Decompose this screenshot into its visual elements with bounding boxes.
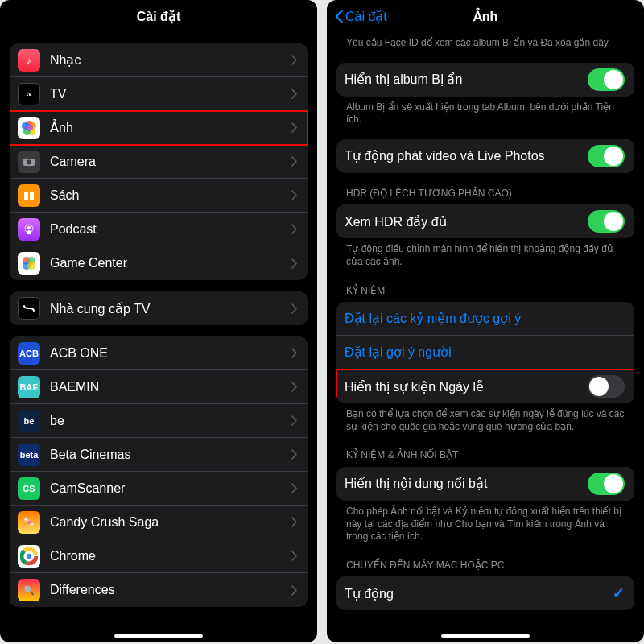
toggle-holiday[interactable] bbox=[588, 375, 625, 398]
transfer-header: CHUYỂN ĐẾN MÁY MAC HOẶC PC bbox=[327, 545, 644, 574]
row-differences[interactable]: 🔍 Differences bbox=[10, 573, 308, 607]
differences-icon: 🔍 bbox=[18, 579, 40, 601]
faceid-caption: Yêu cầu Face ID để xem các album Bị ẩn v… bbox=[327, 32, 644, 52]
row-label: be bbox=[50, 414, 291, 428]
books-icon bbox=[18, 184, 40, 207]
row-label: Podcast bbox=[50, 222, 291, 237]
row-autoplay[interactable]: Tự động phát video và Live Photos bbox=[336, 139, 634, 173]
row-label: Đặt lại gợi ý người bbox=[345, 345, 625, 360]
row-photos[interactable]: Ảnh bbox=[10, 111, 308, 145]
toggle-hidden-album[interactable] bbox=[588, 68, 625, 91]
row-label: Tự động bbox=[345, 586, 613, 601]
row-reset-people[interactable]: Đặt lại gợi ý người bbox=[336, 336, 634, 369]
group-featured: Hiển thị nội dung nổi bật bbox=[336, 467, 634, 501]
camscanner-icon: CS bbox=[18, 477, 40, 500]
podcast-icon bbox=[18, 218, 40, 241]
row-label: Chrome bbox=[50, 549, 291, 564]
chevron-right-icon bbox=[291, 585, 298, 596]
back-button[interactable]: Cài đặt bbox=[335, 9, 387, 24]
row-hidden-album[interactable]: Hiển thị album Bị ẩn bbox=[336, 63, 634, 97]
row-label: Sách bbox=[50, 188, 291, 203]
row-podcast[interactable]: Podcast bbox=[10, 213, 308, 246]
row-label: Tự động phát video và Live Photos bbox=[345, 148, 588, 163]
row-label: Candy Crush Saga bbox=[50, 515, 291, 530]
chevron-right-icon bbox=[291, 55, 298, 65]
chevron-right-icon bbox=[291, 122, 298, 133]
group-autoplay: Tự động phát video và Live Photos bbox=[336, 139, 634, 173]
chevron-right-icon bbox=[291, 483, 298, 493]
settings-group-apps: ACB ACB ONE BAE BAEMIN be be beta Beta C… bbox=[10, 336, 308, 607]
group-memories: Đặt lại các kỷ niệm được gợi ý Đặt lại g… bbox=[336, 302, 634, 403]
holiday-caption: Bạn có thể lựa chọn để xem các sự kiện n… bbox=[327, 403, 644, 435]
chevron-right-icon bbox=[291, 303, 298, 314]
home-indicator[interactable] bbox=[441, 634, 530, 638]
toggle-featured[interactable] bbox=[588, 473, 625, 495]
chevron-right-icon bbox=[291, 415, 298, 426]
chrome-icon bbox=[18, 545, 40, 568]
row-label: Nhạc bbox=[50, 52, 291, 68]
hdr-caption: Tự động điều chỉnh màn hình để hiển thị … bbox=[327, 238, 644, 270]
baemin-icon: BAE bbox=[18, 376, 40, 398]
svg-point-1 bbox=[27, 159, 31, 164]
row-beta[interactable]: beta Beta Cinemas bbox=[10, 438, 308, 472]
row-label: CamScanner bbox=[50, 481, 291, 496]
row-label: Ảnh bbox=[50, 120, 291, 135]
chevron-right-icon bbox=[291, 551, 298, 561]
row-transfer-auto[interactable]: Tự động ✓ bbox=[336, 576, 634, 610]
memories-header: KỶ NIỆM bbox=[327, 270, 644, 299]
row-featured[interactable]: Hiển thị nội dung nổi bật bbox=[336, 467, 634, 501]
row-gamecenter[interactable]: Game Center bbox=[10, 246, 308, 280]
row-camscanner[interactable]: CS CamScanner bbox=[10, 472, 308, 506]
row-holiday-events[interactable]: Hiển thị sự kiện Ngày lễ bbox=[336, 369, 634, 403]
home-indicator[interactable] bbox=[114, 634, 203, 638]
row-candy[interactable]: 🍬 Candy Crush Saga bbox=[10, 506, 308, 539]
row-camera[interactable]: Camera bbox=[10, 145, 308, 179]
chevron-right-icon bbox=[291, 517, 298, 527]
chevron-right-icon bbox=[291, 224, 298, 234]
photos-settings-screen: Cài đặt Ảnh Yêu cầu Face ID để xem các a… bbox=[327, 0, 644, 642]
row-label: Beta Cinemas bbox=[50, 448, 291, 462]
tvprovider-icon bbox=[18, 297, 40, 320]
nav-bar: Cài đặt Ảnh bbox=[327, 0, 644, 32]
tv-icon: tv bbox=[18, 83, 40, 105]
photos-icon bbox=[18, 117, 40, 139]
acb-icon: ACB bbox=[18, 342, 40, 365]
hdr-header: HDR (ĐỘ LỆCH TƯƠNG PHẢN CAO) bbox=[327, 173, 644, 202]
row-acb[interactable]: ACB ACB ONE bbox=[10, 336, 308, 370]
candy-icon: 🍬 bbox=[18, 511, 40, 534]
gamecenter-icon bbox=[18, 252, 40, 275]
row-be[interactable]: be be bbox=[10, 404, 308, 438]
row-music[interactable]: ♪ Nhạc bbox=[10, 43, 308, 77]
chevron-left-icon bbox=[335, 10, 344, 23]
row-reset-memories[interactable]: Đặt lại các kỷ niệm được gợi ý bbox=[336, 302, 634, 336]
row-label: ACB ONE bbox=[50, 346, 291, 361]
featured-caption: Cho phép Ảnh nổi bật và Kỷ niệm tự động … bbox=[327, 501, 644, 545]
row-books[interactable]: Sách bbox=[10, 179, 308, 213]
music-icon: ♪ bbox=[18, 49, 40, 72]
beta-icon: beta bbox=[18, 444, 40, 466]
group-hidden-album: Hiển thị album Bị ẩn bbox=[336, 63, 634, 97]
row-tv[interactable]: tv TV bbox=[10, 77, 308, 111]
row-label: Hiển thị sự kiện Ngày lễ bbox=[345, 379, 588, 394]
chevron-right-icon bbox=[291, 348, 298, 358]
chevron-right-icon bbox=[291, 89, 298, 99]
row-baemin[interactable]: BAE BAEMIN bbox=[10, 370, 308, 404]
toggle-hdr[interactable] bbox=[588, 210, 625, 233]
back-label: Cài đặt bbox=[345, 9, 387, 24]
row-tvprovider[interactable]: Nhà cung cấp TV bbox=[10, 291, 308, 325]
svg-point-2 bbox=[27, 226, 31, 229]
svg-point-7 bbox=[27, 262, 35, 270]
checkmark-icon: ✓ bbox=[613, 584, 625, 602]
row-label: Game Center bbox=[50, 256, 291, 270]
row-hdr[interactable]: Xem HDR đầy đủ bbox=[336, 204, 634, 238]
settings-screen: Cài đặt ♪ Nhạc tv TV bbox=[0, 0, 317, 642]
row-label: BAEMIN bbox=[50, 380, 291, 394]
chevron-right-icon bbox=[291, 258, 298, 269]
toggle-autoplay[interactable] bbox=[588, 145, 625, 167]
chevron-right-icon bbox=[291, 449, 298, 460]
row-label: Hiển thị nội dung nổi bật bbox=[345, 476, 588, 491]
group-hdr: Xem HDR đầy đủ bbox=[336, 204, 634, 238]
row-label: Đặt lại các kỷ niệm được gợi ý bbox=[345, 311, 625, 326]
row-chrome[interactable]: Chrome bbox=[10, 539, 308, 573]
row-label: TV bbox=[50, 87, 291, 101]
